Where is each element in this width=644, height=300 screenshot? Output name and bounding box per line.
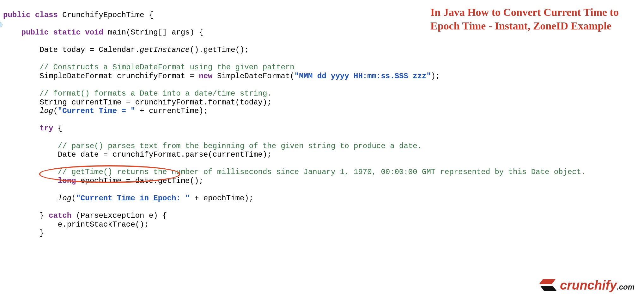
code-token: ); xyxy=(431,72,440,80)
brand-suffix: .com xyxy=(617,283,635,291)
crunchify-logo-icon xyxy=(539,277,557,293)
code-token: class xyxy=(35,11,58,19)
code-comment: // parse() parses text from the beginnin… xyxy=(3,142,422,150)
code-string: "Current Time = " xyxy=(58,107,135,115)
code-token: + epochTime); xyxy=(190,194,254,203)
code-string: "Current Time in Epoch: " xyxy=(76,194,190,203)
brand-name-text: crunchify xyxy=(560,278,617,292)
code-token: void xyxy=(85,28,103,37)
code-token: ( xyxy=(71,194,76,203)
code-comment: // format() formats a Date into a date/t… xyxy=(3,89,272,98)
brand-name: crunchify.com xyxy=(560,278,635,292)
code-string: "MMM dd yyyy HH:mm:ss.SSS zzz" xyxy=(295,72,431,80)
code-token: SimpleDateFormat crunchifyFormat = xyxy=(3,72,199,80)
code-token xyxy=(3,177,58,185)
code-comment: // getTime() returns the number of milli… xyxy=(3,168,586,176)
gutter-marker-icon xyxy=(0,22,3,27)
code-token: catch xyxy=(49,211,71,220)
brand-logo: crunchify.com xyxy=(539,277,635,293)
code-token: main(String[] args) { xyxy=(103,28,204,37)
title-line-1: In Java How to Convert Current Time to xyxy=(430,6,633,19)
code-token: (ParseException e) { xyxy=(71,211,167,220)
code-token: static xyxy=(53,28,80,37)
code-token: e.printStackTrace(); xyxy=(3,220,149,229)
code-token: ( xyxy=(53,107,58,115)
code-token: long xyxy=(58,177,76,185)
code-token: Date today = Calendar. xyxy=(3,46,140,54)
code-token: ().getTime(); xyxy=(190,46,249,54)
code-token: SimpleDateFormat( xyxy=(213,72,295,80)
title-line-2: Epoch Time - Instant, ZoneID Example xyxy=(430,19,633,33)
code-token: new xyxy=(199,72,212,80)
code-token: epochTime = date.getTime(); xyxy=(76,177,203,185)
code-token xyxy=(3,124,39,133)
article-title: In Java How to Convert Current Time to E… xyxy=(430,6,633,33)
code-token: CrunchifyEpochTime { xyxy=(58,11,153,19)
code-token: public xyxy=(3,11,30,19)
code-token: String currentTime = crunchifyFormat.for… xyxy=(3,98,272,107)
code-comment: // Constructs a SimpleDateFormat using t… xyxy=(3,63,295,72)
code-token: Date date = crunchifyFormat.parse(curren… xyxy=(3,150,272,159)
code-token: getInstance xyxy=(140,46,190,54)
code-token: public xyxy=(21,28,49,37)
code-editor: public class CrunchifyEpochTime { public… xyxy=(0,0,644,247)
code-token: + currentTime); xyxy=(135,107,208,115)
code-token: log xyxy=(39,107,53,115)
code-token xyxy=(3,194,58,203)
code-token: { xyxy=(53,124,62,133)
code-token: log xyxy=(58,194,71,203)
code-token: } xyxy=(3,211,49,220)
code-token: try xyxy=(39,124,53,133)
code-token: } xyxy=(3,229,44,237)
code-token xyxy=(3,107,39,115)
